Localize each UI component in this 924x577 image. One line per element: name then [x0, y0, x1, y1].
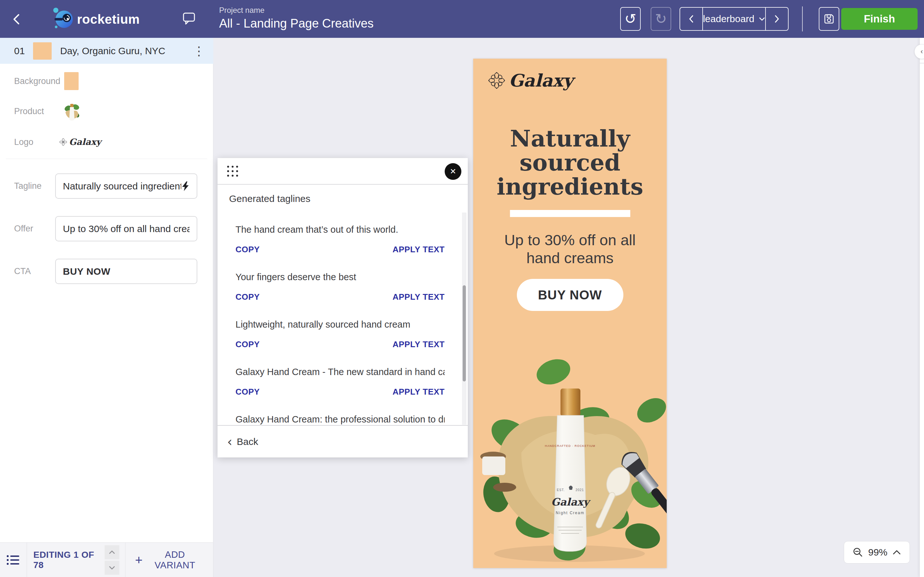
variant-name: Day, Organic Guru, NYC: [60, 45, 184, 56]
chevron-down-icon: [108, 566, 115, 570]
variant-list-toggle-button[interactable]: [0, 543, 27, 577]
size-dropdown[interactable]: leaderboard: [702, 8, 766, 30]
copy-button[interactable]: COPY: [236, 340, 260, 350]
creative-brand-name: Galaxy: [509, 70, 573, 91]
variant-steppers: [105, 545, 120, 575]
variant-footer-bar: EDITING 1 OF 78 + ADD VARIANT: [0, 542, 213, 577]
variant-sidebar: 01 Day, Organic Guru, NYC ⋮ Background P…: [0, 38, 213, 542]
list-icon: [6, 554, 20, 566]
creative-cta-button[interactable]: BUY NOW: [517, 279, 624, 311]
creative-headline[interactable]: Naturally sourced ingredients: [473, 127, 667, 199]
tagline-value: Naturally sourced ingredients: [63, 181, 181, 192]
undo-button[interactable]: ↺: [620, 7, 641, 31]
tagline-text: The hand cream that’s out of this world.: [236, 223, 445, 236]
logo-thumbnail[interactable]: Galaxy: [59, 137, 101, 147]
creative-underline-bar[interactable]: [510, 210, 630, 217]
cta-row: CTA BUY NOW: [0, 259, 213, 284]
tagline-input[interactable]: Naturally sourced ingredients: [55, 173, 197, 199]
apply-text-button[interactable]: APPLY TEXT: [393, 292, 445, 302]
tagline-item: Your fingers deserve the best COPY APPLY…: [236, 270, 445, 302]
chevron-right-icon: [774, 15, 780, 23]
sidebar-divider: [6, 159, 207, 159]
cta-label: CTA: [14, 266, 31, 276]
top-bar: rocketium Project name All - Landing Pag…: [0, 0, 924, 38]
tagline-label: Tagline: [14, 181, 42, 191]
redo-button[interactable]: ↻: [651, 7, 671, 31]
cta-input[interactable]: BUY NOW: [55, 259, 197, 284]
chevron-up-icon: [108, 550, 115, 554]
expand-right-panel-button[interactable]: ‹: [914, 44, 924, 59]
save-button[interactable]: [819, 7, 839, 31]
offer-input[interactable]: Up to 30% off on all hand creams: [55, 216, 197, 242]
back-button[interactable]: [11, 13, 22, 26]
background-field-row: Background: [0, 71, 213, 91]
variant-menu-button[interactable]: ⋮: [193, 45, 205, 57]
product-photo[interactable]: HANDCRAFTED · ROCKETIUM EST. 2021 Galaxy…: [473, 343, 667, 568]
tagline-text: Your fingers deserve the best: [236, 270, 445, 284]
editing-status-group: EDITING 1 OF 78: [27, 543, 126, 577]
back-link[interactable]: ‹ Back: [227, 435, 258, 448]
offer-value: Up to 30% off on all hand creams: [63, 223, 190, 234]
save-floppy-icon: [823, 13, 835, 25]
zoom-control[interactable]: 99%: [844, 541, 910, 564]
chevron-left-icon: ‹: [227, 435, 232, 448]
variant-size-switcher: leaderboard: [680, 7, 788, 31]
background-label: Background: [14, 76, 60, 86]
popup-footer: ‹ Back: [218, 425, 468, 458]
logo-thumbnail-text: Galaxy: [69, 137, 101, 147]
apply-text-button[interactable]: APPLY TEXT: [393, 340, 445, 350]
next-size-button[interactable]: [766, 8, 788, 30]
ai-lightning-icon[interactable]: [181, 181, 190, 191]
project-info: Project name All - Landing Page Creative…: [219, 6, 374, 31]
copy-button[interactable]: COPY: [236, 387, 260, 397]
popup-scrollbar-thumb[interactable]: [463, 285, 466, 382]
editing-status: EDITING 1 OF 78: [33, 550, 99, 570]
zoom-out-icon[interactable]: [853, 547, 863, 558]
taglines-list: The hand cream that’s out of this world.…: [218, 212, 468, 425]
tagline-item: Galaxy Hand Cream - The new standard in …: [236, 365, 445, 397]
variant-index: 01: [14, 45, 25, 56]
size-dropdown-value: leaderboard: [703, 13, 754, 24]
tagline-text: Galaxy Hand Cream - The new standard in …: [236, 365, 445, 379]
creative-canvas[interactable]: Galaxy Naturally sourced ingredients Up …: [473, 59, 667, 568]
copy-button[interactable]: COPY: [236, 292, 260, 302]
chevron-down-icon: [759, 17, 765, 21]
apply-text-button[interactable]: APPLY TEXT: [393, 387, 445, 397]
galaxy-flower-icon: [488, 72, 505, 89]
chevron-up-icon[interactable]: [893, 550, 901, 555]
product-field-row: Product: [0, 101, 213, 121]
tube-subtitle: Night Cream: [556, 511, 584, 515]
chat-bubble-icon: [182, 11, 196, 26]
tagline-item: Galaxy Hand Cream: the professional solu…: [236, 413, 445, 425]
topbar-divider: [802, 6, 803, 31]
apply-text-button[interactable]: APPLY TEXT: [393, 245, 445, 255]
background-color-swatch[interactable]: [64, 72, 79, 90]
brand-wordmark: rocketium: [77, 12, 140, 27]
variant-list-item[interactable]: 01 Day, Organic Guru, NYC ⋮: [0, 38, 213, 64]
feedback-button[interactable]: [182, 11, 196, 26]
next-variant-button[interactable]: [105, 561, 120, 575]
right-panel-divider: [919, 63, 924, 63]
copy-button[interactable]: COPY: [236, 245, 260, 255]
galaxy-flower-icon: [59, 138, 67, 146]
drag-handle-icon[interactable]: [227, 166, 238, 177]
offer-row: Offer Up to 30% off on all hand creams: [0, 216, 213, 242]
popup-header: ✕: [218, 158, 468, 185]
add-variant-button[interactable]: + ADD VARIANT: [126, 543, 213, 577]
product-image-thumbnail[interactable]: [63, 101, 80, 121]
creative-logo[interactable]: Galaxy: [488, 70, 573, 91]
previous-size-button[interactable]: [680, 8, 702, 30]
product-label: Product: [14, 106, 44, 116]
close-button[interactable]: ✕: [445, 163, 461, 180]
logo-label: Logo: [14, 137, 33, 147]
add-variant-label: ADD VARIANT: [146, 550, 204, 571]
tube-est: EST.: [557, 488, 565, 492]
page-title: All - Landing Page Creatives: [219, 17, 374, 31]
previous-variant-button[interactable]: [105, 545, 120, 559]
cta-value: BUY NOW: [63, 266, 190, 277]
close-icon: ✕: [450, 167, 456, 176]
creative-offer-text[interactable]: Up to 30% off on all hand creams: [493, 231, 647, 267]
redo-icon: ↻: [655, 12, 667, 26]
tube-year: 2021: [575, 488, 584, 492]
finish-button[interactable]: Finish: [841, 8, 918, 30]
